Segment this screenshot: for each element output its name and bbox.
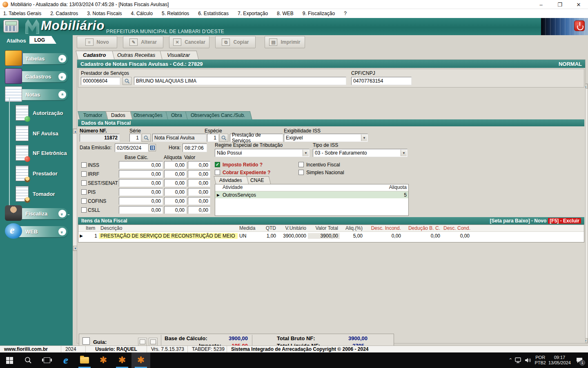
inss-aliq-field[interactable]: 0,00 — [164, 161, 187, 169]
sidebar-item-tomador[interactable]: Tomador — [16, 185, 70, 203]
atividade-row[interactable]: ▶ OutrosServiços 5 — [215, 191, 408, 198]
numero-nf-field[interactable]: 11872 — [80, 134, 120, 142]
chevron-down-icon[interactable]: ▼ — [361, 135, 367, 141]
chevron-down-icon[interactable]: » — [58, 210, 66, 218]
taskbar-search-button[interactable] — [19, 352, 38, 368]
cofins-valor-field[interactable]: 0,00 — [188, 197, 210, 205]
minimize-button[interactable]: – — [532, 0, 550, 9]
calendar-button[interactable] — [149, 144, 156, 151]
print-guia-button[interactable] — [149, 338, 158, 346]
imprimir-button[interactable]: ▤Imprimir — [265, 36, 305, 48]
sidebar-group-cadastros[interactable]: Cadastros » — [6, 71, 68, 82]
sest-senat-valor-field[interactable]: 0,00 — [188, 179, 210, 187]
pis-base-field[interactable]: 0,00 — [119, 188, 163, 196]
menu-cadastros[interactable]: 2. Cadastros — [50, 11, 78, 16]
sidebar-tab-log[interactable]: LOG — [29, 36, 56, 44]
item-row[interactable]: ▶ 1 PRESTAÇÃO DE SERVIÇO DE RECONSTRUÇÃO… — [78, 232, 584, 240]
task-view-button[interactable] — [38, 352, 56, 368]
tray-expand-icon[interactable]: ⌃ — [508, 357, 512, 363]
menu-web[interactable]: 8. WEB — [277, 11, 294, 16]
simples-nacional-checkbox[interactable] — [298, 170, 304, 175]
tab-atividades[interactable]: Atividades — [214, 176, 249, 184]
menu-tabelas-gerais[interactable]: 1. Tabelas Gerais — [3, 11, 41, 16]
exigibilidade-select[interactable]: Exigivel▼ — [284, 134, 368, 142]
especie-search-button[interactable] — [219, 134, 228, 142]
power-icon[interactable] — [574, 20, 585, 31]
menu-exportacao[interactable]: 7. Exportação — [238, 11, 268, 16]
novo-button[interactable]: ≡Novo — [77, 36, 117, 48]
tab-cnae[interactable]: CNAE — [245, 176, 271, 184]
notification-center-button[interactable]: 1 — [573, 352, 586, 368]
app2-button[interactable]: ✱ — [113, 352, 131, 368]
tab-observacoes[interactable]: Observações — [128, 111, 170, 119]
copiar-button[interactable]: ⧉Copiar — [215, 36, 256, 48]
prestador-search-button[interactable] — [122, 77, 131, 85]
chevron-down-icon[interactable]: ▼ — [401, 150, 407, 156]
irrf-checkbox[interactable] — [81, 171, 87, 177]
alterar-button[interactable]: ✎Alterar — [123, 36, 163, 48]
chevron-down-icon[interactable]: » — [58, 228, 66, 236]
language-indicator[interactable]: PORPTB2 — [535, 355, 546, 366]
start-button[interactable] — [0, 352, 19, 368]
app1-button[interactable]: ✱ — [94, 352, 113, 368]
inss-base-field[interactable]: 0,00 — [119, 161, 163, 169]
irrf-valor-field[interactable]: 0,00 — [188, 170, 210, 178]
menu-estatisticas[interactable]: 6. Estatísticas — [198, 11, 229, 16]
serie-field[interactable]: 1 — [129, 134, 141, 142]
hora-field[interactable]: 08:27:06 — [183, 144, 207, 152]
cobrar-expediente-checkbox[interactable] — [215, 170, 220, 175]
sidebar-tab-atalhos[interactable]: Atalhos — [7, 38, 26, 44]
pis-checkbox[interactable] — [81, 189, 87, 195]
sidebar-item-prestador[interactable]: Prestador — [16, 164, 70, 182]
tab-tomador[interactable]: Tomador — [78, 111, 110, 119]
inss-valor-field[interactable]: 0,00 — [188, 161, 210, 169]
pis-aliq-field[interactable]: 0,00 — [164, 188, 187, 196]
internet-explorer-button[interactable]: e — [56, 352, 75, 368]
guia-checkbox[interactable] — [82, 337, 90, 345]
cofins-checkbox[interactable] — [81, 198, 87, 204]
sest-senat-checkbox[interactable] — [81, 180, 87, 186]
csll-aliq-field[interactable]: 0,00 — [164, 206, 187, 214]
menu-notas-fiscais[interactable]: 3. Notas Fiscais — [87, 11, 122, 16]
especie-field[interactable]: 1 — [207, 134, 218, 142]
clock[interactable]: 09:1713/05/2024 — [548, 355, 571, 366]
menu-help[interactable]: ? — [344, 11, 347, 16]
chevron-down-icon[interactable]: » — [58, 55, 66, 63]
menu-fiscalizacao[interactable]: 9. Fiscalização — [303, 11, 335, 16]
irrf-base-field[interactable]: 0,00 — [119, 170, 163, 178]
sest-senat-base-field[interactable]: 0,00 — [119, 179, 163, 187]
network-icon[interactable] — [515, 357, 522, 363]
cofins-aliq-field[interactable]: 0,00 — [164, 197, 187, 205]
menu-relatorios[interactable]: 5. Relatórios — [162, 11, 189, 16]
imposto-retido-checkbox[interactable]: ✓ — [215, 162, 220, 167]
tipo-iss-select[interactable]: 03 - Sobre Faturamento▼ — [313, 149, 408, 157]
sidebar-item-nf-eletronica[interactable]: NF Eletrônica — [16, 144, 70, 162]
tab-cadastro[interactable]: Cadastro — [76, 51, 115, 59]
tab-visualizar[interactable]: Visualizar — [160, 51, 198, 59]
volume-icon[interactable] — [525, 357, 532, 363]
preview-guia-button[interactable] — [138, 338, 147, 346]
regime-select[interactable]: Não Possui▼ — [215, 149, 310, 157]
sidebar-group-fiscaliza[interactable]: Fiscaliza » — [6, 208, 68, 219]
irrf-aliq-field[interactable]: 0,00 — [164, 170, 187, 178]
menu-calculo[interactable]: 4. Cálculo — [131, 11, 153, 16]
sidebar-item-nf-avulsa[interactable]: NF Avulsa — [16, 124, 70, 142]
app3-button[interactable]: ✱ — [131, 352, 150, 368]
cofins-base-field[interactable]: 0,00 — [119, 197, 163, 205]
close-button[interactable]: ✕ — [569, 0, 588, 9]
pis-valor-field[interactable]: 0,00 — [188, 188, 210, 196]
chevron-down-icon[interactable]: ▼ — [303, 150, 309, 156]
restore-button[interactable]: ❐ — [550, 0, 569, 9]
file-explorer-button[interactable] — [75, 352, 94, 368]
inss-checkbox[interactable] — [81, 162, 87, 168]
chevron-down-icon[interactable]: » — [58, 73, 66, 81]
cpf-field[interactable]: 04707763154 — [351, 77, 412, 85]
sidebar-group-web[interactable]: WEB » — [6, 226, 68, 237]
tab-dados[interactable]: Dados — [105, 111, 132, 119]
serie-search-button[interactable] — [142, 134, 151, 142]
csll-valor-field[interactable]: 0,00 — [188, 206, 210, 214]
cancelar-button[interactable]: ✕Cancelar — [169, 36, 209, 48]
sidebar-item-autorizacao[interactable]: Autorização — [16, 104, 70, 122]
incentivo-fiscal-checkbox[interactable] — [298, 162, 304, 167]
sest-senat-aliq-field[interactable]: 0,00 — [164, 179, 187, 187]
